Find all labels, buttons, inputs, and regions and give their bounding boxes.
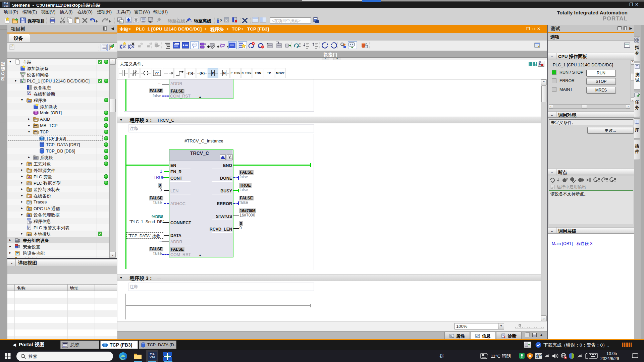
svg-text:N: N <box>223 71 226 75</box>
svg-text:RT: RT <box>149 20 153 23</box>
svg-text:i: i <box>477 335 477 338</box>
svg-text:(R): (R) <box>200 71 205 75</box>
svg-text:??: ?? <box>155 71 159 75</box>
svg-text:MA: MA <box>536 356 539 358</box>
svg-text:P: P <box>212 71 214 75</box>
svg-text:LICEN: LICEN <box>536 354 542 356</box>
svg-text:(S): (S) <box>188 71 193 75</box>
svg-text:?: ? <box>220 19 222 23</box>
svg-text:01: 01 <box>120 20 123 23</box>
